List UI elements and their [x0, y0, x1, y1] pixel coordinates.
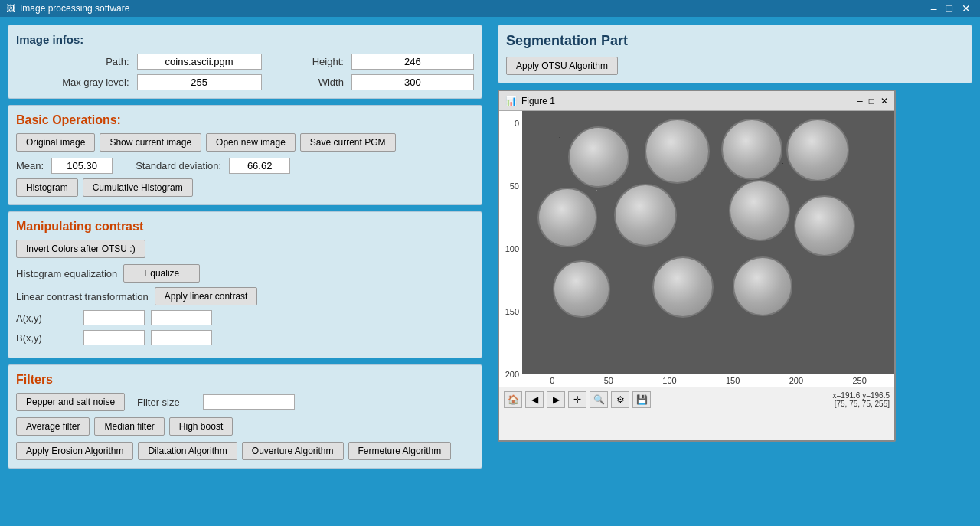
save-pgm-btn[interactable]: Save current PGM: [300, 133, 396, 152]
filters-title: Filters: [16, 373, 474, 387]
toolbar-buttons[interactable]: 🏠 ◀ ▶ ✛ 🔍 ⚙ 💾: [504, 391, 651, 408]
b-y-input[interactable]: [151, 330, 212, 345]
histogram-btn[interactable]: Histogram: [16, 178, 78, 197]
max-gray-value: 255: [137, 74, 262, 90]
xy-coords: x=191.6 y=196.5: [832, 391, 890, 400]
erosion-btn[interactable]: Apply Erosion Algorithm: [16, 442, 133, 460]
minimize-btn[interactable]: –: [928, 2, 940, 15]
filter-size-label: Filter size: [137, 397, 198, 408]
average-filter-btn[interactable]: Average filter: [16, 417, 90, 436]
dilatation-btn[interactable]: Dilatation Algorithm: [138, 442, 237, 460]
coin-1: [568, 126, 629, 188]
otsu-btn[interactable]: Apply OTSU Algorithm: [506, 57, 618, 75]
figure-maximize[interactable]: □: [869, 96, 874, 106]
coin-8: [652, 256, 714, 318]
x-0: 0: [550, 376, 554, 385]
b-label: B(x,y): [16, 332, 77, 344]
cumulative-histogram-btn[interactable]: Cumulative Histogram: [83, 178, 193, 197]
pixel-info: [75, 75, 75, 255]: [832, 400, 890, 408]
coords-display: x=191.6 y=196.5 [75, 75, 75, 255]: [832, 391, 890, 408]
std-value: 66.62: [229, 158, 290, 174]
a-label: A(x,y): [16, 312, 77, 324]
figure-title: Figure 1: [521, 96, 555, 106]
open-new-btn[interactable]: Open new image: [206, 133, 296, 152]
save-tool-btn[interactable]: 💾: [632, 391, 651, 408]
b-x-input[interactable]: [83, 330, 145, 345]
linear-label: Linear contrast transformation: [16, 291, 149, 302]
y-100: 100: [502, 244, 519, 253]
basic-operations-card: Basic Operations: Original image Show cu…: [8, 105, 482, 205]
right-panel: Segmentation Part Apply OTSU Algorithm 📊…: [490, 17, 980, 526]
close-btn[interactable]: ✕: [959, 2, 974, 15]
left-panel: Image infos: Path: coins.ascii.pgm Heigh…: [0, 17, 490, 526]
figure-window-controls[interactable]: – □ ✕: [858, 96, 888, 106]
width-value: 300: [351, 74, 474, 90]
x-150: 150: [726, 376, 740, 385]
x-200: 200: [789, 376, 803, 385]
a-y-input[interactable]: [151, 310, 212, 325]
original-image-btn[interactable]: Original image: [16, 133, 95, 152]
height-label: Height:: [266, 56, 347, 67]
max-gray-label: Max gray level:: [16, 77, 132, 88]
zoom-tool-btn[interactable]: 🔍: [590, 391, 608, 408]
window-controls[interactable]: – □ ✕: [928, 2, 974, 15]
y-200: 200: [502, 370, 519, 379]
y-axis: 0 50 100 150 200: [499, 111, 522, 387]
figure-minimize[interactable]: –: [858, 96, 863, 106]
median-filter-btn[interactable]: Median filter: [94, 417, 164, 436]
coin-6: [729, 180, 790, 241]
image-infos-card: Image infos: Path: coins.ascii.pgm Heigh…: [8, 25, 482, 99]
width-label: Width: [266, 77, 347, 88]
linear-contrast-btn[interactable]: Apply linear contrast: [155, 287, 258, 305]
equalize-btn[interactable]: Equalize: [123, 264, 200, 283]
figure-titlebar: 📊 Figure 1 – □ ✕: [499, 91, 894, 111]
app-title: Image processing software: [20, 3, 129, 14]
coin-11: [794, 195, 855, 256]
coin-5: [614, 184, 677, 247]
filter-size-input[interactable]: [203, 394, 295, 410]
back-tool-btn[interactable]: ◀: [525, 391, 544, 408]
home-tool-btn[interactable]: 🏠: [504, 391, 522, 408]
app-icon: 🖼: [6, 3, 15, 14]
a-x-input[interactable]: [83, 310, 145, 325]
path-value: coins.ascii.pgm: [137, 54, 262, 70]
contrast-title: Manipulating contrast: [16, 220, 474, 234]
figure-close[interactable]: ✕: [880, 96, 888, 106]
std-label: Standard deviation:: [136, 160, 221, 172]
segmentation-title: Segmentation Part: [506, 33, 964, 49]
forward-tool-btn[interactable]: ▶: [547, 391, 565, 408]
basic-ops-title: Basic Operations:: [16, 113, 474, 127]
x-100: 100: [662, 376, 676, 385]
figure-toolbar: 🏠 ◀ ▶ ✛ 🔍 ⚙ 💾 x=191.6 y=196.5 [75, 75, 7…: [499, 387, 894, 411]
coins-image: [522, 111, 894, 374]
mean-value: 105.30: [51, 158, 113, 174]
ouverture-btn[interactable]: Ouverture Algorithm: [242, 442, 344, 460]
high-boost-btn[interactable]: High boost: [169, 417, 233, 436]
pepper-salt-btn[interactable]: Pepper and salt noise: [16, 393, 125, 411]
mean-label: Mean:: [16, 160, 44, 172]
title-bar: 🖼 Image processing software – □ ✕: [0, 0, 980, 17]
x-50: 50: [604, 376, 613, 385]
y-50: 50: [502, 181, 519, 191]
x-250: 250: [852, 376, 866, 385]
coin-10: [786, 119, 849, 181]
coin-7: [553, 260, 610, 318]
hist-eq-label: Histogram equalization: [16, 268, 117, 279]
move-tool-btn[interactable]: ✛: [568, 391, 586, 408]
x-axis: 0 50 100 150 200 250: [522, 374, 894, 387]
maximize-btn[interactable]: □: [943, 2, 956, 15]
fermeture-btn[interactable]: Fermeture Algorithm: [348, 442, 452, 460]
figure-window: 📊 Figure 1 – □ ✕ 0 50 100 150 200: [498, 90, 896, 442]
figure-icon: 📊: [505, 96, 517, 106]
coin-2: [645, 119, 710, 184]
image-info-grid: Path: coins.ascii.pgm Height: 246 Max gr…: [16, 54, 474, 90]
chart-container: 0 50 100 150 200: [499, 111, 894, 387]
coin-3: [721, 119, 782, 180]
segmentation-card: Segmentation Part Apply OTSU Algorithm: [498, 25, 972, 83]
show-current-btn[interactable]: Show current image: [100, 133, 201, 152]
invert-colors-btn[interactable]: Invert Colors after OTSU :): [16, 240, 145, 258]
coin-9: [733, 256, 792, 316]
filters-card: Filters Pepper and salt noise Filter siz…: [8, 364, 482, 469]
y-150: 150: [502, 307, 519, 316]
settings-tool-btn[interactable]: ⚙: [611, 391, 629, 408]
